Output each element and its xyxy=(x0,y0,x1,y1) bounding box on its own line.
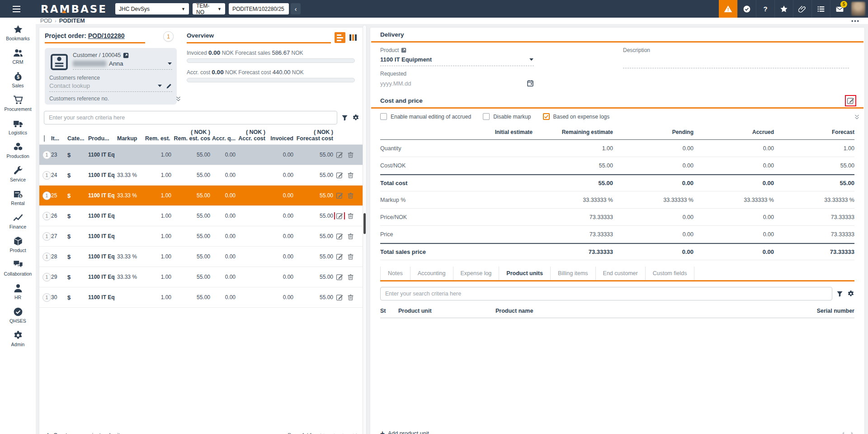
user-avatar[interactable] xyxy=(851,2,865,16)
column-header[interactable]: ( NOK )Forecast cost xyxy=(293,129,333,142)
checkbox-based-on-expense-logs[interactable]: Based on expense logs xyxy=(543,113,610,120)
tab-end-customer[interactable]: End customer xyxy=(596,267,646,280)
delete-row-icon[interactable] xyxy=(347,294,354,301)
column-header[interactable]: Invoiced xyxy=(265,129,293,142)
chevron-down-icon[interactable] xyxy=(167,62,172,66)
first-page-icon[interactable] xyxy=(320,433,325,434)
sidebar-item-crm[interactable]: CRM xyxy=(0,45,36,68)
tab-notes[interactable]: Notes xyxy=(380,267,410,280)
hamburger-menu-icon[interactable] xyxy=(6,0,26,18)
sidebar-item-finance[interactable]: Finance xyxy=(0,210,36,233)
delete-row-icon[interactable] xyxy=(347,253,354,260)
column-header[interactable]: Rem. est. ... xyxy=(145,129,171,142)
tab-expense-log[interactable]: Expense log xyxy=(453,267,500,280)
column-header[interactable]: ( NOK )Accr. cost xyxy=(236,129,265,142)
next-page-icon[interactable] xyxy=(341,433,347,434)
tab-billing-items[interactable]: Billing items xyxy=(551,267,596,280)
sidebar-item-service[interactable]: Service xyxy=(0,162,36,186)
tab-accounting[interactable]: Accounting xyxy=(410,267,453,280)
help-button[interactable]: ? xyxy=(756,0,774,18)
sidebar-item-qhses[interactable]: QHSES xyxy=(0,304,36,327)
gear-icon[interactable] xyxy=(847,290,854,297)
table-row-item-24[interactable]: 124$1100 IT Eq33.33 %1.0055.000.000.0055… xyxy=(39,165,364,186)
edit-row-icon[interactable] xyxy=(336,192,343,199)
sidebar-item-logistics[interactable]: Logistics xyxy=(0,115,36,139)
edit-row-icon[interactable] xyxy=(336,172,343,179)
description-field[interactable] xyxy=(623,53,849,68)
sidebar-item-admin[interactable]: Admin xyxy=(0,327,36,351)
pencil-icon[interactable] xyxy=(166,83,172,89)
item-search-input[interactable] xyxy=(44,111,337,124)
table-row-item-28[interactable]: 128$1100 IT Eq33.33 %1.0055.000.000.0055… xyxy=(39,247,364,267)
previous-page-icon[interactable] xyxy=(841,431,845,434)
scrollbar-thumb[interactable] xyxy=(363,213,366,234)
attachments-button[interactable] xyxy=(793,0,811,18)
environment-select[interactable]: JHC DevSys▼ xyxy=(115,3,189,14)
sidebar-item-sales[interactable]: $Sales xyxy=(0,68,36,92)
column-header[interactable]: ( NOK )Rem. est. cos xyxy=(171,129,210,142)
delete-row-icon[interactable] xyxy=(347,192,354,199)
back-button[interactable]: ‹ xyxy=(291,3,301,14)
messages-button[interactable]: 5 xyxy=(830,0,849,18)
column-header[interactable]: Produ... xyxy=(88,129,117,142)
table-row-item-26[interactable]: 126$1100 IT Eq1.0055.000.000.0055.00 xyxy=(39,206,364,226)
collapse-double-chevron-icon[interactable] xyxy=(854,114,860,120)
global-search-input[interactable]: PODITEM/102280/25 xyxy=(229,3,289,14)
column-header[interactable]: Product unit xyxy=(398,308,495,314)
alerts-button[interactable] xyxy=(719,0,737,18)
chevron-down-icon[interactable] xyxy=(529,58,534,62)
column-header[interactable]: St xyxy=(380,308,398,314)
select-all-checkbox[interactable] xyxy=(44,135,45,142)
last-page-icon[interactable] xyxy=(352,433,358,434)
column-header[interactable]: It... xyxy=(51,129,67,142)
sidebar-item-procurement[interactable]: Procurement xyxy=(0,92,36,115)
chevron-down-icon[interactable] xyxy=(157,84,162,88)
table-row-item-29[interactable]: 129$1100 IT Eq33.33 %1.0055.000.000.0055… xyxy=(39,267,364,287)
delete-row-icon[interactable] xyxy=(347,172,354,179)
column-view-toggle-icon[interactable] xyxy=(348,32,359,43)
edit-row-icon[interactable] xyxy=(336,151,343,158)
external-link-icon[interactable] xyxy=(401,48,406,53)
previous-page-icon[interactable] xyxy=(330,433,336,434)
tab-custom-fields[interactable]: Custom fields xyxy=(646,267,695,280)
checkbox-enable-manual-editing-of-accrued[interactable]: Enable manual editing of accrued xyxy=(380,113,471,120)
breadcrumb-parent[interactable]: POD xyxy=(40,18,52,24)
edit-row-icon[interactable] xyxy=(336,233,343,240)
edit-row-icon[interactable] xyxy=(336,253,343,260)
create-project-order-item-button[interactable]: + Create new project order item xyxy=(46,431,128,434)
column-header[interactable]: Serial number xyxy=(782,308,854,314)
external-link-icon[interactable] xyxy=(123,52,129,58)
edit-cost-price-icon[interactable] xyxy=(847,97,854,105)
project-order-link[interactable]: POD/102280 xyxy=(88,32,125,39)
product-unit-search-input[interactable] xyxy=(380,287,832,300)
table-row-item-23[interactable]: 123$1100 IT Eq1.0055.000.000.0055.00 xyxy=(39,145,364,165)
checkbox-disable-markup[interactable]: Disable markup xyxy=(483,113,531,120)
sidebar-item-bookmarks[interactable]: Bookmarks xyxy=(0,21,36,45)
calendar-icon[interactable] xyxy=(527,80,534,87)
edit-row-icon[interactable] xyxy=(336,212,343,219)
tab-product-units[interactable]: Product units xyxy=(499,267,551,280)
delete-row-icon[interactable] xyxy=(347,233,354,240)
sidebar-item-collaboration[interactable]: Collaboration xyxy=(0,257,36,280)
product-select[interactable]: 1100 IT Equipment xyxy=(380,53,534,66)
sidebar-item-product[interactable]: Product xyxy=(0,233,36,257)
column-header[interactable]: Product name xyxy=(495,308,782,314)
list-view-toggle-icon[interactable] xyxy=(335,32,345,43)
edit-row-icon[interactable] xyxy=(336,294,343,301)
filter-icon[interactable] xyxy=(341,114,348,121)
filter-icon[interactable] xyxy=(836,291,843,297)
column-header[interactable]: Markup xyxy=(117,129,145,142)
table-row-item-25[interactable]: 125$1100 IT Eq33.33 %1.0055.000.000.0055… xyxy=(39,186,364,206)
column-header[interactable]: Cate... xyxy=(67,129,88,142)
gear-icon[interactable] xyxy=(352,114,359,121)
customer-select[interactable]: Anna xyxy=(73,58,172,70)
more-options-icon[interactable] xyxy=(851,20,859,22)
sidebar-item-rental[interactable]: $Rental xyxy=(0,186,36,210)
favorites-button[interactable] xyxy=(774,0,793,18)
table-row-item-27[interactable]: 127$1100 IT Eq1.0055.000.000.0055.00 xyxy=(39,226,364,247)
sidebar-item-production[interactable]: Production xyxy=(0,139,36,162)
delete-row-icon[interactable] xyxy=(347,273,354,281)
edit-row-icon[interactable] xyxy=(336,273,343,281)
contact-lookup-field[interactable]: Contact lookup xyxy=(49,81,172,92)
add-product-unit-button[interactable]: + Add product unit xyxy=(380,429,429,434)
